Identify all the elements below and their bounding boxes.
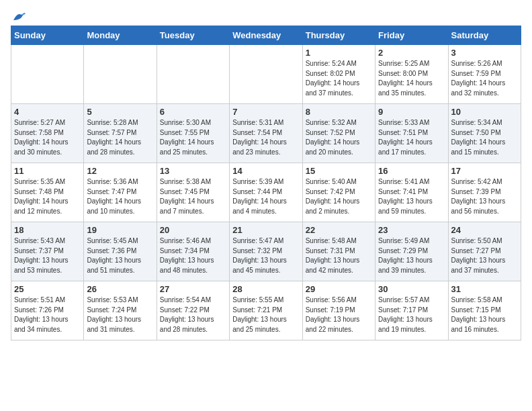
day-number: 20: [160, 225, 226, 235]
week-row-2: 4Sunrise: 5:27 AM Sunset: 7:58 PM Daylig…: [11, 104, 521, 163]
day-number: 6: [160, 107, 226, 117]
calendar-cell: 9Sunrise: 5:33 AM Sunset: 7:51 PM Daylig…: [375, 104, 448, 163]
calendar-cell: 1Sunrise: 5:24 AM Sunset: 8:02 PM Daylig…: [302, 45, 375, 104]
day-info: Sunrise: 5:58 AM Sunset: 7:15 PM Dayligh…: [451, 295, 518, 334]
day-info: Sunrise: 5:30 AM Sunset: 7:55 PM Dayligh…: [160, 118, 226, 157]
header-row: SundayMondayTuesdayWednesdayThursdayFrid…: [11, 26, 521, 45]
calendar-cell: 5Sunrise: 5:28 AM Sunset: 7:57 PM Daylig…: [84, 104, 157, 163]
day-number: 19: [87, 225, 153, 235]
calendar-cell: 7Sunrise: 5:31 AM Sunset: 7:54 PM Daylig…: [230, 104, 302, 163]
day-info: Sunrise: 5:54 AM Sunset: 7:22 PM Dayligh…: [160, 295, 226, 334]
day-info: Sunrise: 5:26 AM Sunset: 7:59 PM Dayligh…: [451, 59, 518, 98]
day-number: 17: [451, 166, 518, 176]
day-number: 14: [232, 166, 299, 176]
calendar-cell: 4Sunrise: 5:27 AM Sunset: 7:58 PM Daylig…: [11, 104, 84, 163]
calendar-cell: 19Sunrise: 5:45 AM Sunset: 7:36 PM Dayli…: [84, 222, 157, 281]
calendar-cell: 23Sunrise: 5:49 AM Sunset: 7:29 PM Dayli…: [375, 222, 448, 281]
day-number: 5: [87, 107, 153, 117]
calendar-cell: 15Sunrise: 5:40 AM Sunset: 7:42 PM Dayli…: [302, 163, 375, 222]
week-row-5: 25Sunrise: 5:51 AM Sunset: 7:26 PM Dayli…: [11, 281, 521, 340]
day-number: 7: [232, 107, 299, 117]
day-info: Sunrise: 5:39 AM Sunset: 7:44 PM Dayligh…: [232, 177, 299, 216]
calendar-cell: 28Sunrise: 5:55 AM Sunset: 7:21 PM Dayli…: [230, 281, 302, 340]
calendar-cell: 22Sunrise: 5:48 AM Sunset: 7:31 PM Dayli…: [302, 222, 375, 281]
week-row-4: 18Sunrise: 5:43 AM Sunset: 7:37 PM Dayli…: [11, 222, 521, 281]
calendar-cell: 14Sunrise: 5:39 AM Sunset: 7:44 PM Dayli…: [230, 163, 302, 222]
calendar-cell: 25Sunrise: 5:51 AM Sunset: 7:26 PM Dayli…: [11, 281, 84, 340]
page-header: [11, 11, 521, 20]
day-number: 29: [306, 284, 372, 294]
day-number: 9: [378, 107, 445, 117]
day-info: Sunrise: 5:42 AM Sunset: 7:39 PM Dayligh…: [451, 177, 518, 216]
day-info: Sunrise: 5:50 AM Sunset: 7:27 PM Dayligh…: [451, 236, 518, 275]
calendar-cell: 30Sunrise: 5:57 AM Sunset: 7:17 PM Dayli…: [375, 281, 448, 340]
calendar-cell: 27Sunrise: 5:54 AM Sunset: 7:22 PM Dayli…: [157, 281, 229, 340]
day-number: 28: [232, 284, 299, 294]
day-info: Sunrise: 5:32 AM Sunset: 7:52 PM Dayligh…: [306, 118, 372, 157]
day-number: 24: [451, 225, 518, 235]
calendar-cell: 8Sunrise: 5:32 AM Sunset: 7:52 PM Daylig…: [302, 104, 375, 163]
day-info: Sunrise: 5:27 AM Sunset: 7:58 PM Dayligh…: [14, 118, 81, 157]
day-info: Sunrise: 5:34 AM Sunset: 7:50 PM Dayligh…: [451, 118, 518, 157]
day-number: 21: [232, 225, 299, 235]
day-number: 23: [378, 225, 445, 235]
week-row-3: 11Sunrise: 5:35 AM Sunset: 7:48 PM Dayli…: [11, 163, 521, 222]
day-info: Sunrise: 5:41 AM Sunset: 7:41 PM Dayligh…: [378, 177, 445, 216]
calendar-cell: 20Sunrise: 5:46 AM Sunset: 7:34 PM Dayli…: [157, 222, 229, 281]
day-number: 2: [378, 48, 445, 58]
column-header-thursday: Thursday: [302, 26, 375, 45]
calendar-cell: 17Sunrise: 5:42 AM Sunset: 7:39 PM Dayli…: [448, 163, 521, 222]
day-number: 16: [378, 166, 445, 176]
day-info: Sunrise: 5:40 AM Sunset: 7:42 PM Dayligh…: [306, 177, 372, 216]
column-header-friday: Friday: [375, 26, 448, 45]
day-number: 27: [160, 284, 226, 294]
calendar-cell: 31Sunrise: 5:58 AM Sunset: 7:15 PM Dayli…: [448, 281, 521, 340]
day-info: Sunrise: 5:28 AM Sunset: 7:57 PM Dayligh…: [87, 118, 153, 157]
day-number: 10: [451, 107, 518, 117]
calendar-cell: 6Sunrise: 5:30 AM Sunset: 7:55 PM Daylig…: [157, 104, 229, 163]
calendar-cell: [11, 45, 84, 104]
day-info: Sunrise: 5:25 AM Sunset: 8:00 PM Dayligh…: [378, 59, 445, 98]
day-number: 1: [306, 48, 372, 58]
calendar-cell: [230, 45, 302, 104]
calendar-cell: 26Sunrise: 5:53 AM Sunset: 7:24 PM Dayli…: [84, 281, 157, 340]
day-number: 3: [451, 48, 518, 58]
day-number: 30: [378, 284, 445, 294]
day-info: Sunrise: 5:56 AM Sunset: 7:19 PM Dayligh…: [306, 295, 372, 334]
day-number: 13: [160, 166, 226, 176]
calendar-cell: 21Sunrise: 5:47 AM Sunset: 7:32 PM Dayli…: [230, 222, 302, 281]
calendar-cell: 16Sunrise: 5:41 AM Sunset: 7:41 PM Dayli…: [375, 163, 448, 222]
day-number: 26: [87, 284, 153, 294]
calendar-cell: 24Sunrise: 5:50 AM Sunset: 7:27 PM Dayli…: [448, 222, 521, 281]
day-number: 12: [87, 166, 153, 176]
calendar-table: SundayMondayTuesdayWednesdayThursdayFrid…: [11, 26, 521, 340]
logo: [11, 11, 27, 20]
calendar-cell: 11Sunrise: 5:35 AM Sunset: 7:48 PM Dayli…: [11, 163, 84, 222]
calendar-cell: [157, 45, 229, 104]
calendar-cell: 2Sunrise: 5:25 AM Sunset: 8:00 PM Daylig…: [375, 45, 448, 104]
day-info: Sunrise: 5:53 AM Sunset: 7:24 PM Dayligh…: [87, 295, 153, 334]
day-info: Sunrise: 5:33 AM Sunset: 7:51 PM Dayligh…: [378, 118, 445, 157]
day-info: Sunrise: 5:55 AM Sunset: 7:21 PM Dayligh…: [232, 295, 299, 334]
day-number: 8: [306, 107, 372, 117]
day-info: Sunrise: 5:48 AM Sunset: 7:31 PM Dayligh…: [306, 236, 372, 275]
day-number: 11: [14, 166, 81, 176]
column-header-monday: Monday: [84, 26, 157, 45]
day-info: Sunrise: 5:35 AM Sunset: 7:48 PM Dayligh…: [14, 177, 81, 216]
day-number: 25: [14, 284, 81, 294]
day-info: Sunrise: 5:45 AM Sunset: 7:36 PM Dayligh…: [87, 236, 153, 275]
column-header-wednesday: Wednesday: [230, 26, 302, 45]
day-info: Sunrise: 5:36 AM Sunset: 7:47 PM Dayligh…: [87, 177, 153, 216]
column-header-tuesday: Tuesday: [157, 26, 229, 45]
day-info: Sunrise: 5:43 AM Sunset: 7:37 PM Dayligh…: [14, 236, 81, 275]
day-info: Sunrise: 5:38 AM Sunset: 7:45 PM Dayligh…: [160, 177, 226, 216]
day-number: 18: [14, 225, 81, 235]
day-number: 4: [14, 107, 81, 117]
day-info: Sunrise: 5:47 AM Sunset: 7:32 PM Dayligh…: [232, 236, 299, 275]
day-info: Sunrise: 5:31 AM Sunset: 7:54 PM Dayligh…: [232, 118, 299, 157]
calendar-cell: [84, 45, 157, 104]
calendar-cell: 18Sunrise: 5:43 AM Sunset: 7:37 PM Dayli…: [11, 222, 84, 281]
column-header-saturday: Saturday: [448, 26, 521, 45]
calendar-cell: 3Sunrise: 5:26 AM Sunset: 7:59 PM Daylig…: [448, 45, 521, 104]
week-row-1: 1Sunrise: 5:24 AM Sunset: 8:02 PM Daylig…: [11, 45, 521, 104]
